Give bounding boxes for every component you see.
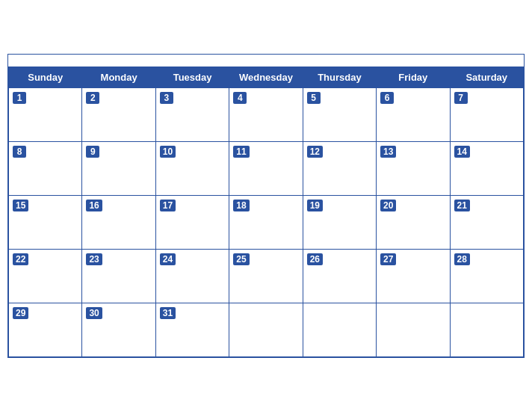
day-cell: 14: [450, 141, 523, 195]
week-row-0: 1234567: [9, 87, 524, 141]
day-number: 20: [380, 200, 396, 211]
day-number: 8: [13, 146, 26, 158]
day-cell: 6: [377, 87, 450, 141]
day-number: 18: [233, 200, 249, 211]
day-number: 22: [13, 253, 28, 265]
day-cell: 5: [303, 87, 376, 141]
day-number: 23: [86, 253, 102, 265]
day-cell: 29: [9, 303, 82, 356]
day-cell: 27: [377, 249, 450, 303]
day-number: 4: [233, 92, 247, 104]
day-number: 31: [160, 307, 176, 319]
day-cell: 13: [377, 141, 450, 195]
weekday-header-thursday: Thursday: [303, 67, 376, 87]
week-row-2: 15161718192021: [9, 195, 524, 249]
week-row-3: 22232425262728: [9, 249, 524, 303]
day-number: 26: [307, 253, 323, 265]
day-cell: 28: [450, 249, 523, 303]
weekday-header-monday: Monday: [82, 67, 155, 87]
day-number: 10: [160, 146, 176, 158]
weekday-header-sunday: Sunday: [9, 67, 82, 87]
calendar-table: SundayMondayTuesdayWednesdayThursdayFrid…: [8, 67, 524, 357]
day-cell: 9: [82, 141, 155, 195]
day-number: 24: [160, 253, 176, 265]
day-number: 29: [13, 307, 28, 319]
day-cell: 3: [155, 87, 229, 141]
weekday-header-friday: Friday: [377, 67, 450, 87]
weekday-header-wednesday: Wednesday: [229, 67, 303, 87]
day-number: 5: [307, 92, 321, 104]
day-cell: 31: [155, 303, 229, 356]
day-number: 17: [160, 200, 176, 211]
day-cell: 23: [82, 249, 155, 303]
day-cell: 19: [303, 195, 376, 249]
day-number: 28: [454, 253, 470, 265]
day-number: 11: [233, 146, 249, 158]
day-number: 27: [380, 253, 396, 265]
day-number: 25: [233, 253, 249, 265]
calendar: SundayMondayTuesdayWednesdayThursdayFrid…: [7, 54, 525, 358]
day-cell: 16: [82, 195, 155, 249]
week-row-4: 293031: [9, 303, 524, 356]
day-cell: 24: [155, 249, 229, 303]
calendar-thead: SundayMondayTuesdayWednesdayThursdayFrid…: [9, 67, 524, 87]
day-cell: 26: [303, 249, 376, 303]
calendar-tbody: 1234567891011121314151617181920212223242…: [9, 87, 524, 356]
day-cell: 21: [450, 195, 523, 249]
day-number: 16: [86, 200, 102, 211]
day-cell: 4: [229, 87, 303, 141]
day-number: 21: [454, 200, 470, 211]
day-cell: [377, 303, 450, 356]
day-number: 3: [160, 92, 173, 104]
day-number: 7: [454, 92, 468, 104]
day-number: 1: [13, 92, 26, 104]
day-number: 12: [307, 146, 323, 158]
day-cell: 15: [9, 195, 82, 249]
day-cell: 25: [229, 249, 303, 303]
day-cell: 30: [82, 303, 155, 356]
day-number: 14: [454, 146, 470, 158]
day-cell: 18: [229, 195, 303, 249]
week-row-1: 891011121314: [9, 141, 524, 195]
day-cell: 11: [229, 141, 303, 195]
calendar-header: [8, 55, 524, 67]
day-cell: [303, 303, 376, 356]
weekday-header-saturday: Saturday: [450, 67, 523, 87]
weekday-header-row: SundayMondayTuesdayWednesdayThursdayFrid…: [9, 67, 524, 87]
day-cell: [450, 303, 523, 356]
day-number: 19: [307, 200, 323, 211]
day-cell: 12: [303, 141, 376, 195]
weekday-header-tuesday: Tuesday: [155, 67, 229, 87]
day-number: 30: [86, 307, 102, 319]
day-number: 13: [380, 146, 396, 158]
day-cell: 17: [155, 195, 229, 249]
day-cell: 7: [450, 87, 523, 141]
day-cell: 8: [9, 141, 82, 195]
day-number: 6: [380, 92, 394, 104]
day-cell: 1: [9, 87, 82, 141]
day-cell: 2: [82, 87, 155, 141]
day-cell: 10: [155, 141, 229, 195]
day-cell: [229, 303, 303, 356]
day-cell: 22: [9, 249, 82, 303]
day-number: 15: [13, 200, 28, 211]
day-number: 9: [86, 146, 99, 158]
day-number: 2: [86, 92, 99, 104]
day-cell: 20: [377, 195, 450, 249]
